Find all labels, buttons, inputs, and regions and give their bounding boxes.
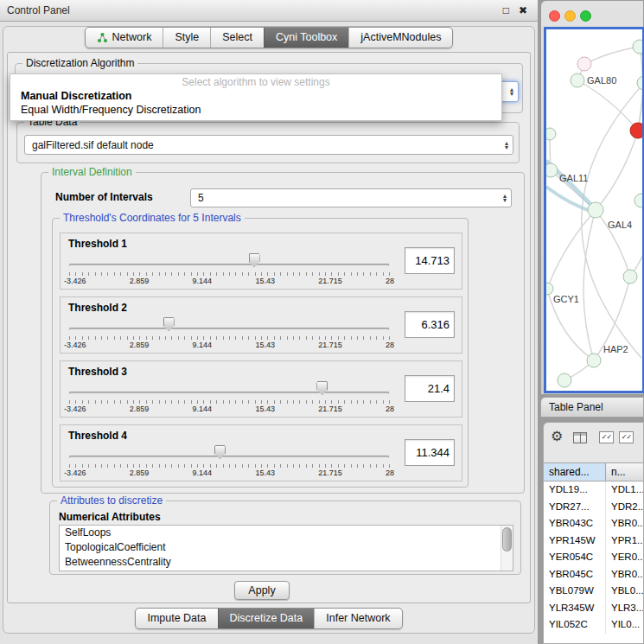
show-columns-icon[interactable]: ✓✓: [619, 431, 634, 443]
table-row[interactable]: YBL079WYBL0...: [544, 583, 643, 600]
table-cell[interactable]: YBL079W: [544, 583, 606, 600]
gear-icon[interactable]: ⚙: [551, 428, 563, 445]
table-cell[interactable]: YER054C: [544, 549, 606, 566]
slider-track[interactable]: [69, 456, 389, 458]
tab-cyni-toolbox-label: Cyni Toolbox: [276, 29, 337, 47]
column-header-name[interactable]: n...: [606, 463, 643, 481]
tab-impute-data[interactable]: Impute Data: [136, 609, 217, 628]
threshold-1-panel: Threshold 1 -3.4262.8599.14415.4321.7152…: [60, 233, 462, 290]
table-row[interactable]: YPR145WYPR1...: [544, 532, 643, 550]
table-row[interactable]: YER054CYER0...: [544, 549, 643, 566]
table-cell[interactable]: YDR27...: [544, 499, 606, 516]
threshold-3-value-field[interactable]: 21.4: [405, 375, 455, 402]
tab-infer-network[interactable]: Infer Network: [314, 609, 401, 628]
panel-title: Control Panel: [7, 0, 70, 21]
window-zoom-traffic-light[interactable]: [580, 10, 591, 22]
tab-jactivemnodules[interactable]: jActiveMNodules: [348, 28, 452, 48]
network-node[interactable]: [571, 73, 584, 87]
network-node[interactable]: [546, 163, 558, 177]
tab-network[interactable]: Network: [86, 28, 163, 48]
network-node[interactable]: [637, 76, 644, 90]
network-node[interactable]: [577, 57, 591, 71]
algorithm-placeholder-option[interactable]: Select algorithm to view settings: [10, 76, 501, 89]
close-icon[interactable]: ✖: [519, 0, 527, 21]
table-cell[interactable]: YLR345W: [544, 600, 606, 617]
network-edge[interactable]: [583, 210, 596, 360]
table-row[interactable]: YIL052CYIL0...: [544, 616, 643, 634]
attributes-scrollbar[interactable]: [501, 526, 513, 571]
algorithm-option-manual[interactable]: Manual Discretization: [10, 89, 501, 103]
slider-scale: -3.4262.8599.14415.4321.71528: [64, 469, 394, 479]
table-row[interactable]: YLR345WYLR3...: [544, 600, 643, 617]
table-row[interactable]: YBR043CYBR0...: [544, 515, 643, 532]
spinner-down-icon: ▾: [503, 198, 507, 202]
attributes-list[interactable]: SelfLoopsTopologicalCoefficientBetweenne…: [59, 525, 513, 571]
threshold-1-slider[interactable]: [69, 252, 389, 270]
slider-scale-label: 2.859: [130, 277, 150, 287]
list-item[interactable]: BetweennessCentrality: [60, 555, 513, 570]
threshold-4-slider[interactable]: [69, 444, 389, 462]
table-data-select[interactable]: galFiltered.sif default node ▴ ▾: [24, 135, 513, 155]
slider-scale-label: 28: [386, 341, 394, 351]
table-cell[interactable]: YER0...: [606, 549, 643, 566]
slider-track[interactable]: [69, 392, 389, 394]
table-cell[interactable]: YPR1...: [606, 532, 643, 550]
select-all-columns-icon[interactable]: ✓✓: [599, 431, 614, 443]
network-node[interactable]: [623, 270, 637, 284]
table-panel-titlebar[interactable]: Table Panel: [540, 397, 644, 418]
table-cell[interactable]: YBR045C: [544, 566, 606, 583]
slider-ticks: [69, 272, 390, 276]
network-node[interactable]: [546, 283, 553, 295]
table-cell[interactable]: YDL1...: [606, 481, 643, 499]
network-node[interactable]: [546, 128, 556, 140]
table-cell[interactable]: YBR0...: [606, 566, 643, 583]
table-cell[interactable]: YPR145W: [544, 532, 606, 550]
columns-icon[interactable]: [573, 432, 587, 443]
table-row[interactable]: YDR27...YDR2...: [544, 499, 643, 516]
window-minimize-traffic-light[interactable]: [564, 10, 576, 22]
table-cell[interactable]: YLR3...: [606, 600, 643, 617]
network-node[interactable]: [558, 373, 571, 387]
network-canvas[interactable]: GAL80GAL11GAL4GCY1HAP2: [544, 27, 644, 393]
number-of-intervals-select[interactable]: 5 ▴ ▾: [190, 188, 512, 207]
table-row[interactable]: YBR045CYBR0...: [544, 566, 643, 583]
slider-ticks: [69, 400, 390, 404]
algorithm-option-equal-width[interactable]: Equal Width/Frequency Discretization: [10, 103, 501, 117]
column-header-shared-name[interactable]: shared...: [544, 463, 606, 481]
tab-discretize-data[interactable]: Discretize Data: [218, 609, 315, 628]
network-node[interactable]: [588, 202, 603, 218]
threshold-2-value-field[interactable]: 6.316: [405, 311, 455, 338]
list-item[interactable]: TopologicalCoefficient: [60, 540, 513, 555]
slider-track[interactable]: [69, 264, 389, 266]
threshold-1-value-field[interactable]: 14.713: [405, 247, 455, 274]
table-row[interactable]: YDL19...YDL1...: [544, 481, 643, 499]
apply-button[interactable]: Apply: [234, 581, 290, 600]
threshold-3-slider[interactable]: [69, 380, 389, 398]
network-node[interactable]: [633, 40, 644, 54]
list-item[interactable]: SelfLoops: [60, 526, 513, 540]
threshold-2-slider[interactable]: [69, 316, 389, 334]
table-cell[interactable]: YIL052C: [544, 616, 606, 634]
table-cell[interactable]: YDR2...: [606, 499, 643, 516]
network-node[interactable]: [630, 123, 644, 138]
threshold-4-value-field[interactable]: 11.344: [405, 439, 455, 466]
network-node[interactable]: [634, 194, 644, 207]
slider-track[interactable]: [69, 328, 389, 330]
network-edge[interactable]: [577, 80, 638, 131]
table-cell[interactable]: YDL19...: [544, 481, 606, 499]
network-node[interactable]: [587, 354, 601, 367]
table-cell[interactable]: YIL0...: [606, 616, 643, 634]
network-node-label: GAL80: [587, 75, 616, 86]
network-edge[interactable]: [584, 47, 640, 64]
threshold-4-panel: Threshold 4 -3.4262.8599.14415.4321.7152…: [60, 424, 462, 481]
table-cell[interactable]: YBR043C: [544, 515, 606, 532]
table-cell[interactable]: YBR0...: [606, 515, 643, 532]
tab-style[interactable]: Style: [163, 28, 210, 48]
scrollbar-thumb[interactable]: [502, 527, 512, 552]
float-window-icon[interactable]: □: [503, 0, 509, 21]
network-edge[interactable]: [547, 210, 596, 289]
tab-cyni-toolbox[interactable]: Cyni Toolbox: [264, 28, 348, 48]
table-cell[interactable]: YBL0...: [606, 583, 643, 600]
tab-select[interactable]: Select: [210, 28, 264, 48]
window-close-traffic-light[interactable]: [549, 10, 560, 22]
